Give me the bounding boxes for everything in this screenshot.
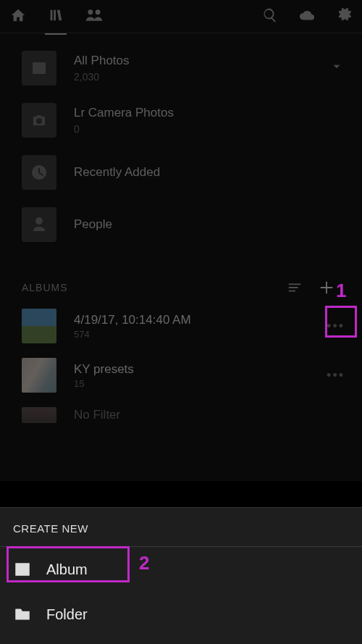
- sheet-option-album[interactable]: Album: [0, 547, 362, 592]
- albums-title: ALBUMS: [22, 282, 68, 293]
- album-item[interactable]: 4/19/17, 10:14:40 AM 574 •••: [14, 301, 348, 351]
- sheet-option-label: Album: [46, 561, 88, 578]
- library-item-all-photos[interactable]: All Photos 2,030: [14, 42, 348, 94]
- more-icon[interactable]: •••: [327, 319, 345, 334]
- sort-icon[interactable]: [287, 280, 303, 296]
- chevron-down-icon[interactable]: [330, 60, 343, 76]
- library-title: All Photos: [74, 54, 330, 68]
- add-album-button[interactable]: [313, 274, 340, 301]
- top-nav: [0, 0, 362, 33]
- person-icon: [22, 207, 56, 242]
- people-icon[interactable]: [85, 7, 103, 26]
- image-icon: [13, 560, 32, 579]
- library-item-people[interactable]: People: [14, 198, 348, 251]
- album-thumbnail: [22, 309, 56, 343]
- sheet-header: CREATE NEW: [0, 508, 362, 547]
- album-title: 4/19/17, 10:14:40 AM: [74, 313, 327, 327]
- album-thumbnail: [22, 407, 56, 423]
- library-item-recent[interactable]: Recently Added: [14, 146, 348, 198]
- search-icon[interactable]: [262, 7, 278, 26]
- library-icon[interactable]: [48, 7, 64, 26]
- library-count: 2,030: [74, 71, 330, 83]
- album-item[interactable]: KY presets 15 •••: [14, 351, 348, 400]
- album-count: 15: [74, 378, 327, 389]
- library-item-lr-camera[interactable]: Lr Camera Photos 0: [14, 94, 348, 146]
- library-content: All Photos 2,030 Lr Camera Photos 0 Rece…: [0, 33, 362, 430]
- cloud-icon[interactable]: [298, 7, 316, 26]
- library-title: Recently Added: [74, 165, 348, 180]
- sheet-option-label: Folder: [46, 606, 88, 623]
- home-icon[interactable]: [10, 7, 26, 26]
- album-thumbnail: [22, 358, 56, 393]
- clock-icon: [22, 155, 56, 190]
- album-title: No Filter: [74, 408, 348, 422]
- library-title: Lr Camera Photos: [74, 106, 348, 120]
- image-icon: [22, 51, 56, 85]
- album-count: 574: [74, 329, 327, 340]
- camera-icon: [22, 103, 56, 138]
- album-item[interactable]: No Filter: [14, 400, 348, 430]
- folder-icon: [13, 605, 32, 624]
- gear-icon[interactable]: [336, 7, 352, 26]
- library-title: People: [74, 217, 348, 232]
- create-new-sheet: CREATE NEW Album Folder: [0, 507, 362, 644]
- sheet-option-folder[interactable]: Folder: [0, 592, 362, 637]
- more-icon[interactable]: •••: [327, 368, 345, 383]
- album-title: KY presets: [74, 362, 327, 377]
- library-count: 0: [74, 123, 348, 135]
- albums-header: ALBUMS: [14, 274, 348, 301]
